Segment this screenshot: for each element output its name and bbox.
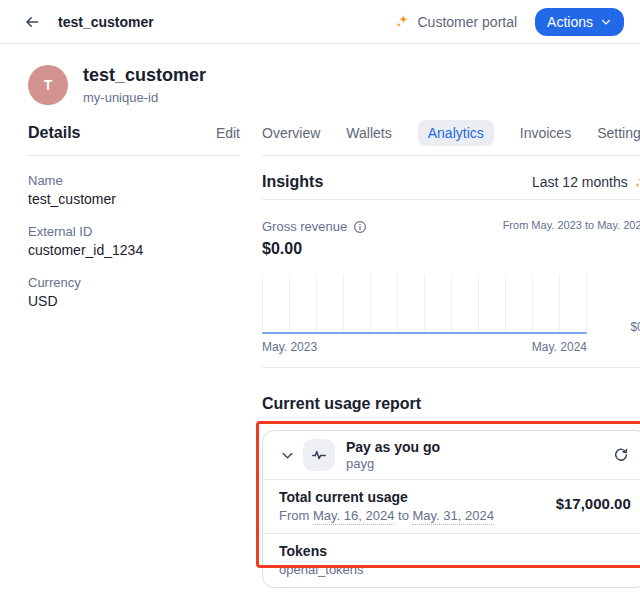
period-selector[interactable]: Last 12 months — [532, 174, 640, 190]
chart-y-axis: - $0 — [587, 274, 640, 334]
period-prefix: From — [279, 508, 309, 523]
topbar-title: test_customer — [58, 14, 154, 30]
chart-divider — [262, 367, 640, 368]
insights-heading: Insights — [262, 173, 323, 191]
insights-header: Insights Last 12 months — [262, 173, 640, 191]
edit-details-link[interactable]: Edit — [216, 125, 240, 141]
tab-bar: Overview Wallets Analytics Invoices Sett… — [262, 119, 640, 147]
usage-report-heading: Current usage report — [262, 395, 640, 413]
y-tick-zero: $0 — [630, 320, 640, 334]
usage-card-header[interactable]: Pay as you go payg — [263, 431, 640, 479]
customer-portal-label: Customer portal — [417, 14, 517, 30]
detail-field-currency: Currency USD — [28, 275, 240, 309]
usage-card: Pay as you go payg Total current usage F… — [262, 430, 640, 588]
chart-line-series — [262, 332, 587, 334]
gross-revenue-range: From May. 2023 to May. 2024 — [503, 219, 640, 231]
field-label: External ID — [28, 224, 240, 239]
chart-plot-area — [262, 274, 587, 334]
gross-revenue-label: Gross revenue — [262, 219, 347, 234]
chevron-down-icon — [600, 16, 612, 28]
usage-item-code: openai_tokens — [279, 562, 364, 577]
total-usage-period: From May. 16, 2024 to May. 31, 2024 — [279, 508, 494, 523]
x-tick-end: May. 2024 — [532, 340, 587, 354]
chart-gridlines — [262, 274, 587, 332]
right-panel: Overview Wallets Analytics Invoices Sett… — [262, 119, 640, 588]
detail-field-name: Name test_customer — [28, 173, 240, 207]
tab-wallets[interactable]: Wallets — [346, 120, 391, 146]
usage-card-zone: Pay as you go payg Total current usage F… — [262, 430, 640, 588]
plan-pulse-icon — [303, 439, 335, 471]
gross-revenue-header: Gross revenue $0.00 From May. 2023 to Ma… — [262, 219, 640, 258]
details-heading: Details — [28, 124, 80, 142]
sparkle-icon — [634, 175, 640, 189]
tab-invoices[interactable]: Invoices — [520, 120, 571, 146]
total-usage-amount: $17,000.00 — [556, 489, 631, 512]
plan-meta: Pay as you go payg — [346, 439, 440, 471]
usage-item-name: Tokens — [279, 543, 364, 559]
plan-name: Pay as you go — [346, 439, 440, 455]
gross-revenue-value: $0.00 — [262, 240, 367, 258]
period-joiner: to — [398, 508, 409, 523]
refresh-icon — [613, 447, 629, 463]
customer-unique-id: my-unique-id — [83, 90, 206, 105]
chevron-down-icon — [280, 448, 295, 463]
customer-portal-link[interactable]: Customer portal — [395, 14, 517, 30]
total-usage-label: Total current usage — [279, 489, 494, 505]
back-button[interactable] — [20, 10, 44, 34]
actions-button-label: Actions — [547, 14, 593, 30]
usage-item-row[interactable]: Tokens openai_tokens — [263, 533, 640, 587]
tab-settings[interactable]: Settings — [597, 120, 640, 146]
chart-x-axis: May. 2023 May. 2024 — [262, 340, 587, 354]
field-label: Currency — [28, 275, 240, 290]
total-usage-row: Total current usage From May. 16, 2024 t… — [263, 479, 640, 533]
field-value: USD — [28, 293, 240, 309]
insights-divider — [262, 199, 640, 200]
tab-analytics[interactable]: Analytics — [418, 120, 494, 146]
date-to[interactable]: May. 31, 2024 — [412, 508, 493, 525]
avatar: T — [28, 65, 68, 105]
gross-revenue-chart: - $0 — [262, 274, 640, 334]
customer-identity: test_customer my-unique-id — [83, 65, 206, 105]
period-label: Last 12 months — [532, 174, 628, 190]
details-panel: Details Edit Name test_customer External… — [28, 119, 240, 588]
plan-code: payg — [346, 456, 440, 471]
actions-button[interactable]: Actions — [535, 8, 624, 36]
date-from[interactable]: May. 16, 2024 — [313, 508, 394, 525]
topbar-actions: Customer portal Actions — [395, 8, 624, 36]
refresh-button[interactable] — [609, 443, 633, 467]
tab-overview[interactable]: Overview — [262, 120, 320, 146]
field-label: Name — [28, 173, 240, 188]
topbar: test_customer Customer portal Actions — [0, 0, 640, 44]
field-value: test_customer — [28, 191, 240, 207]
customer-name: test_customer — [83, 65, 206, 87]
main-content: Details Edit Name test_customer External… — [0, 119, 640, 588]
arrow-left-icon — [24, 14, 40, 30]
info-icon[interactable] — [353, 220, 367, 234]
collapse-toggle-button[interactable] — [275, 443, 299, 467]
tabs-divider — [262, 155, 640, 156]
x-tick-start: May. 2023 — [262, 340, 317, 354]
detail-field-external-id: External ID customer_id_1234 — [28, 224, 240, 258]
details-divider — [28, 155, 240, 156]
field-value: customer_id_1234 — [28, 242, 240, 258]
customer-header: T test_customer my-unique-id — [0, 44, 640, 105]
sparkle-icon — [395, 14, 410, 29]
